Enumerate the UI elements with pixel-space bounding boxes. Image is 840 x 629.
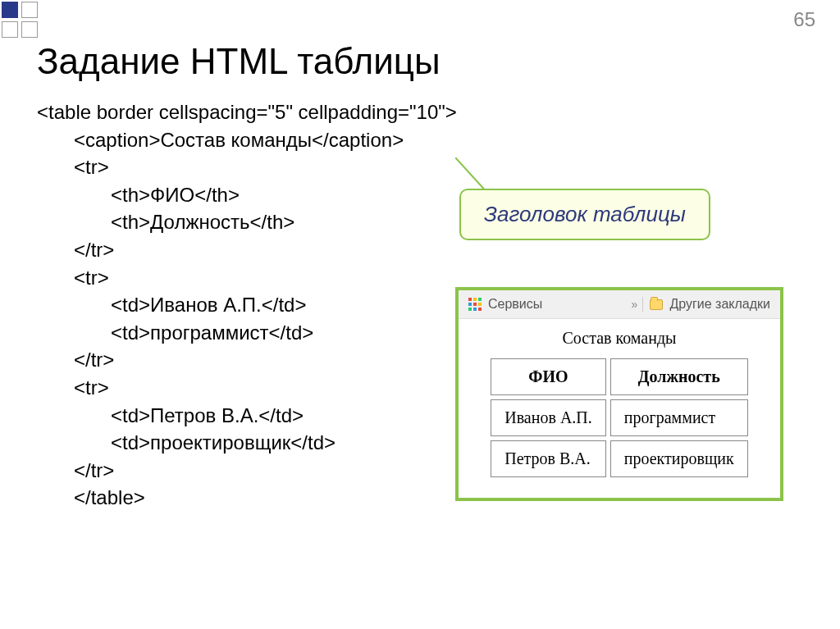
slide-title: Задание HTML таблицы [37,41,840,82]
rendered-table: ФИО Должность Иванов А.П. программист Пе… [486,354,752,481]
code-line: <th>Должность</th> [37,208,840,236]
table-row: Петров В.А. проектировщик [491,440,748,477]
code-line: <caption>Состав команды</caption> [37,126,840,154]
page-number: 65 [793,8,815,31]
services-link[interactable]: Сервисы [488,297,542,312]
slide-corner-decoration [0,0,49,39]
table-cell: Петров В.А. [491,440,606,477]
table-header-cell: ФИО [491,358,606,395]
table-row: Иванов А.П. программист [491,399,748,436]
browser-bookmarks-bar: Сервисы » Другие закладки [459,290,780,319]
table-cell: Иванов А.П. [491,399,606,436]
code-line: </tr> [37,236,840,264]
table-caption: Состав команды [472,329,767,348]
other-bookmarks-link[interactable]: Другие закладки [669,297,770,312]
table-header-cell: Должность [610,358,748,395]
code-line: <table border cellspacing="5" cellpaddin… [37,98,840,126]
callout-annotation: Заголовок таблицы [459,189,710,240]
code-line: <th>ФИО</th> [37,181,840,209]
folder-icon[interactable] [650,299,663,310]
table-header-row: ФИО Должность [491,358,748,395]
browser-preview: Сервисы » Другие закладки Состав команды… [455,287,783,501]
chevron-right-icon[interactable]: » [632,298,637,311]
code-line: <tr> [37,153,840,181]
table-cell: проектировщик [610,440,748,477]
table-cell: программист [610,399,748,436]
apps-icon[interactable] [468,298,482,311]
rendered-page: Состав команды ФИО Должность Иванов А.П.… [459,319,780,498]
callout-text: Заголовок таблицы [484,202,686,226]
